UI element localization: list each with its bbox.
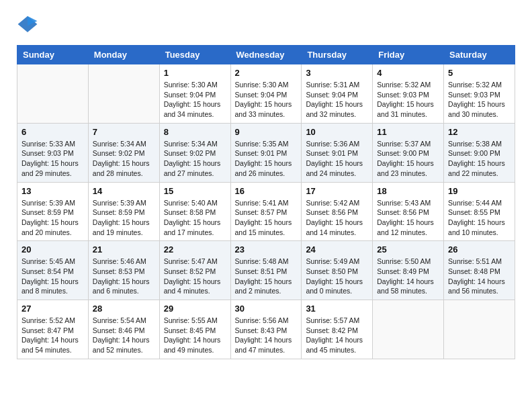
day-cell-29: 29Sunrise: 5:55 AM Sunset: 8:45 PM Dayli… [159,300,230,359]
day-info: Sunrise: 5:39 AM Sunset: 8:59 PM Dayligh… [93,198,155,238]
day-cell-16: 16Sunrise: 5:41 AM Sunset: 8:57 PM Dayli… [230,182,302,241]
day-info: Sunrise: 5:55 AM Sunset: 8:45 PM Dayligh… [164,316,226,355]
week-row-2: 6Sunrise: 5:33 AM Sunset: 9:03 PM Daylig… [17,123,515,182]
day-cell-17: 17Sunrise: 5:42 AM Sunset: 8:56 PM Dayli… [302,182,373,241]
day-info: Sunrise: 5:57 AM Sunset: 8:42 PM Dayligh… [306,316,368,355]
page-header [17,13,515,35]
day-cell-1: 1Sunrise: 5:30 AM Sunset: 9:04 PM Daylig… [159,64,230,124]
day-info: Sunrise: 5:31 AM Sunset: 9:04 PM Dayligh… [306,80,368,120]
day-number: 29 [164,304,226,314]
day-number: 15 [164,186,226,196]
week-row-1: 1Sunrise: 5:30 AM Sunset: 9:04 PM Daylig… [17,64,515,124]
day-info: Sunrise: 5:56 AM Sunset: 8:43 PM Dayligh… [235,316,298,355]
week-row-4: 20Sunrise: 5:45 AM Sunset: 8:54 PM Dayli… [17,241,515,300]
day-info: Sunrise: 5:38 AM Sunset: 9:00 PM Dayligh… [448,139,511,179]
day-info: Sunrise: 5:43 AM Sunset: 8:56 PM Dayligh… [377,198,439,238]
day-number: 10 [306,127,368,137]
day-cell-21: 21Sunrise: 5:46 AM Sunset: 8:53 PM Dayli… [88,241,159,300]
empty-cell [373,300,444,359]
day-info: Sunrise: 5:45 AM Sunset: 8:54 PM Dayligh… [21,257,84,296]
day-info: Sunrise: 5:33 AM Sunset: 9:03 PM Dayligh… [21,139,84,179]
col-header-wednesday: Wednesday [230,46,302,64]
day-number: 17 [306,186,368,196]
day-cell-14: 14Sunrise: 5:39 AM Sunset: 8:59 PM Dayli… [88,182,159,241]
day-info: Sunrise: 5:35 AM Sunset: 9:01 PM Dayligh… [235,139,298,179]
day-info: Sunrise: 5:51 AM Sunset: 8:48 PM Dayligh… [448,257,511,296]
day-info: Sunrise: 5:34 AM Sunset: 9:02 PM Dayligh… [164,139,226,179]
col-header-monday: Monday [88,46,159,64]
day-number: 30 [235,304,298,314]
day-cell-5: 5Sunrise: 5:32 AM Sunset: 9:03 PM Daylig… [444,64,515,124]
day-cell-7: 7Sunrise: 5:34 AM Sunset: 9:02 PM Daylig… [88,123,159,182]
day-cell-25: 25Sunrise: 5:50 AM Sunset: 8:49 PM Dayli… [373,241,444,300]
day-number: 19 [448,186,511,196]
empty-cell [88,64,159,124]
day-info: Sunrise: 5:49 AM Sunset: 8:50 PM Dayligh… [306,257,368,296]
day-cell-28: 28Sunrise: 5:54 AM Sunset: 8:46 PM Dayli… [88,300,159,359]
day-cell-22: 22Sunrise: 5:47 AM Sunset: 8:52 PM Dayli… [159,241,230,300]
logo-icon [17,13,38,35]
day-number: 6 [21,127,84,137]
week-row-5: 27Sunrise: 5:52 AM Sunset: 8:47 PM Dayli… [17,300,515,359]
day-number: 20 [21,244,84,255]
day-cell-19: 19Sunrise: 5:44 AM Sunset: 8:55 PM Dayli… [444,182,515,241]
day-number: 13 [21,186,84,196]
day-number: 27 [21,304,84,314]
day-number: 25 [377,244,439,255]
day-cell-11: 11Sunrise: 5:37 AM Sunset: 9:00 PM Dayli… [373,123,444,182]
day-info: Sunrise: 5:40 AM Sunset: 8:58 PM Dayligh… [164,198,226,238]
day-number: 23 [235,244,298,255]
week-row-3: 13Sunrise: 5:39 AM Sunset: 8:59 PM Dayli… [17,182,515,241]
day-info: Sunrise: 5:34 AM Sunset: 9:02 PM Dayligh… [93,139,155,179]
day-cell-3: 3Sunrise: 5:31 AM Sunset: 9:04 PM Daylig… [302,64,373,124]
day-info: Sunrise: 5:39 AM Sunset: 8:59 PM Dayligh… [21,198,84,238]
day-number: 7 [93,127,155,137]
day-info: Sunrise: 5:32 AM Sunset: 9:03 PM Dayligh… [377,80,439,120]
day-cell-6: 6Sunrise: 5:33 AM Sunset: 9:03 PM Daylig… [17,123,89,182]
day-cell-8: 8Sunrise: 5:34 AM Sunset: 9:02 PM Daylig… [159,123,230,182]
day-info: Sunrise: 5:44 AM Sunset: 8:55 PM Dayligh… [448,198,511,238]
day-number: 11 [377,127,439,137]
day-number: 16 [235,186,298,196]
calendar-header-row: SundayMondayTuesdayWednesdayThursdayFrid… [17,46,515,64]
day-cell-27: 27Sunrise: 5:52 AM Sunset: 8:47 PM Dayli… [17,300,89,359]
col-header-friday: Friday [373,46,444,64]
day-cell-30: 30Sunrise: 5:56 AM Sunset: 8:43 PM Dayli… [230,300,302,359]
day-cell-31: 31Sunrise: 5:57 AM Sunset: 8:42 PM Dayli… [302,300,373,359]
col-header-thursday: Thursday [302,46,373,64]
day-info: Sunrise: 5:37 AM Sunset: 9:00 PM Dayligh… [377,139,439,179]
day-cell-12: 12Sunrise: 5:38 AM Sunset: 9:00 PM Dayli… [444,123,515,182]
day-info: Sunrise: 5:48 AM Sunset: 8:51 PM Dayligh… [235,257,298,296]
day-number: 22 [164,244,226,255]
day-info: Sunrise: 5:46 AM Sunset: 8:53 PM Dayligh… [93,257,155,296]
day-number: 31 [306,304,368,314]
day-info: Sunrise: 5:50 AM Sunset: 8:49 PM Dayligh… [377,257,439,296]
day-info: Sunrise: 5:30 AM Sunset: 9:04 PM Dayligh… [235,80,298,120]
day-info: Sunrise: 5:36 AM Sunset: 9:01 PM Dayligh… [306,139,368,179]
day-info: Sunrise: 5:47 AM Sunset: 8:52 PM Dayligh… [164,257,226,296]
day-number: 1 [164,68,226,78]
day-number: 2 [235,68,298,78]
day-number: 14 [93,186,155,196]
col-header-saturday: Saturday [444,46,515,64]
day-cell-10: 10Sunrise: 5:36 AM Sunset: 9:01 PM Dayli… [302,123,373,182]
day-cell-2: 2Sunrise: 5:30 AM Sunset: 9:04 PM Daylig… [230,64,302,124]
col-header-tuesday: Tuesday [159,46,230,64]
day-info: Sunrise: 5:30 AM Sunset: 9:04 PM Dayligh… [164,80,226,120]
day-cell-15: 15Sunrise: 5:40 AM Sunset: 8:58 PM Dayli… [159,182,230,241]
calendar-table: SundayMondayTuesdayWednesdayThursdayFrid… [17,45,515,359]
day-number: 4 [377,68,439,78]
day-cell-18: 18Sunrise: 5:43 AM Sunset: 8:56 PM Dayli… [373,182,444,241]
day-number: 21 [93,244,155,255]
day-number: 8 [164,127,226,137]
day-cell-24: 24Sunrise: 5:49 AM Sunset: 8:50 PM Dayli… [302,241,373,300]
empty-cell [444,300,515,359]
day-number: 26 [448,244,511,255]
empty-cell [17,64,89,124]
day-number: 24 [306,244,368,255]
day-number: 28 [93,304,155,314]
day-info: Sunrise: 5:42 AM Sunset: 8:56 PM Dayligh… [306,198,368,238]
day-cell-13: 13Sunrise: 5:39 AM Sunset: 8:59 PM Dayli… [17,182,89,241]
day-number: 12 [448,127,511,137]
day-info: Sunrise: 5:41 AM Sunset: 8:57 PM Dayligh… [235,198,298,238]
